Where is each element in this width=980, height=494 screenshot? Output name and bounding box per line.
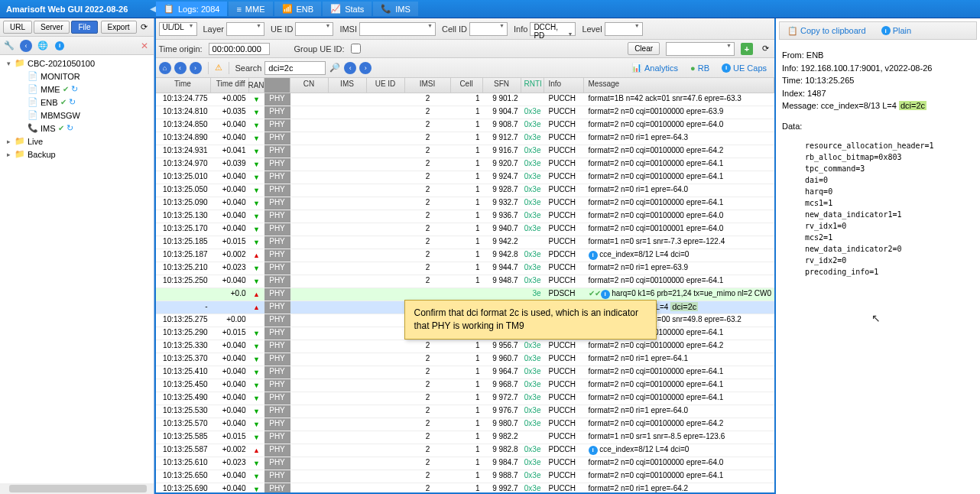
clear-select[interactable] (666, 42, 735, 56)
file-icon: 📄 (28, 84, 38, 94)
refresh-icon[interactable]: ⟳ (759, 43, 771, 55)
tab-stats[interactable]: 📈Stats (323, 2, 372, 16)
expand-icon[interactable]: ▸ (5, 151, 12, 158)
log-row[interactable]: 10:13:24.850+0.040▼PHY219 908.70x3ePUCCH… (156, 119, 775, 132)
tree-item[interactable]: 📞IMS ✔ ↻ (2, 122, 152, 135)
collapse-sidebar-icon[interactable]: ◀ (150, 4, 156, 14)
layer-select[interactable] (226, 22, 264, 36)
uecaps-button[interactable]: iUE Caps (717, 62, 771, 74)
log-row[interactable]: 10:13:25.650+0.040▼PHY219 988.70x3ePUCCH… (156, 470, 775, 483)
nav-next-icon[interactable]: › (190, 62, 202, 74)
column-header[interactable]: RAN (249, 78, 264, 93)
close-icon[interactable]: ✕ (138, 40, 151, 52)
tab-enb[interactable]: 📶ENB (274, 2, 322, 16)
tree-item[interactable]: 📄MONITOR (2, 70, 152, 83)
reload-icon[interactable]: ↻ (71, 84, 78, 94)
analytics-button[interactable]: 📊Analytics (627, 61, 683, 74)
log-row[interactable]: 10:13:24.810+0.035▼PHY219 904.70x3ePUCCH… (156, 106, 775, 119)
column-header[interactable]: UE ID (367, 78, 405, 93)
log-row[interactable]: 10:13:25.450+0.040▼PHY219 968.70x3ePUCCH… (156, 379, 775, 392)
log-row[interactable]: 10:13:25.370+0.040▼PHY219 960.70x3ePUCCH… (156, 353, 775, 366)
column-header[interactable]: Message (584, 78, 775, 93)
file-icon: 📞 (28, 123, 38, 133)
log-row[interactable]: 10:13:25.410+0.040▼PHY219 964.70x3ePUCCH… (156, 366, 775, 379)
log-row[interactable]: 10:13:24.970+0.039▼PHY219 920.70x3ePUCCH… (156, 158, 775, 171)
column-header[interactable]: CN (290, 78, 329, 93)
log-row[interactable]: 10:13:24.931+0.041▼PHY219 916.70x3ePUCCH… (156, 145, 775, 158)
column-header[interactable]: Cell (451, 78, 483, 93)
log-row[interactable]: 10:13:25.210+0.023▼PHY219 944.70x3ePUCCH… (156, 262, 775, 275)
reload-icon[interactable]: ↻ (69, 97, 76, 107)
column-header[interactable]: RNTI (521, 78, 544, 93)
column-header[interactable]: Time (156, 78, 211, 93)
log-row[interactable]: 10:13:24.890+0.040▼PHY219 912.70x3ePUCCH… (156, 132, 775, 145)
nav-prev-icon[interactable]: ‹ (174, 62, 187, 74)
home-icon[interactable]: ⌂ (159, 62, 171, 74)
column-header[interactable]: Info (544, 78, 584, 93)
group-ueid-checkbox[interactable] (351, 44, 361, 54)
expand-icon[interactable]: ▸ (5, 138, 12, 145)
column-header[interactable] (264, 78, 290, 93)
tree-backup[interactable]: ▸ 📁 Backup (2, 148, 152, 161)
ueid-select[interactable] (295, 22, 333, 36)
tab-mme[interactable]: ≡MME (229, 2, 272, 16)
tree-root[interactable]: ▾ 📁 CBC-2021050100 (2, 57, 152, 70)
log-row[interactable]: 10:13:24.775+0.005▼PHY219 901.2PUCCHform… (156, 93, 775, 106)
cellid-select[interactable] (469, 22, 508, 36)
log-row[interactable]: 10:13:25.185+0.015▼PHY219 942.2PUCCHform… (156, 236, 775, 249)
level-select[interactable] (605, 22, 643, 36)
log-row[interactable]: 10:13:25.090+0.040▼PHY219 932.70x3ePUCCH… (156, 197, 775, 210)
log-row[interactable]: 10:13:25.570+0.040▼PHY219 980.70x3ePUCCH… (156, 418, 775, 431)
export-button[interactable]: Export (101, 21, 137, 34)
log-row[interactable]: 10:13:25.585+0.015▼PHY219 982.2PUCCHform… (156, 431, 775, 444)
log-row[interactable]: 10:13:25.690+0.040▼PHY219 992.70x3ePUCCH… (156, 483, 775, 492)
column-header[interactable]: Time diff (211, 78, 249, 93)
globe-icon[interactable]: 🌐 (37, 40, 49, 52)
log-row[interactable]: 10:13:25.610+0.023▼PHY219 984.70x3ePUCCH… (156, 457, 775, 470)
column-header[interactable]: IMS (329, 78, 367, 93)
copy-clipboard-button[interactable]: 📋Copy to clipboard (783, 24, 871, 37)
search-next-icon[interactable]: › (359, 62, 372, 74)
search-input[interactable] (264, 61, 326, 75)
tab-ims[interactable]: 📞IMS (373, 2, 418, 16)
plain-button[interactable]: iPlain (877, 24, 916, 37)
binoculars-icon[interactable]: 🔎 (329, 62, 341, 74)
wrench-icon[interactable]: 🔧 (3, 40, 15, 52)
info-select[interactable]: DCCH, PD (530, 22, 576, 36)
log-row[interactable]: 10:13:25.050+0.040▼PHY219 928.70x3ePUCCH… (156, 184, 775, 197)
log-row[interactable]: 10:13:25.530+0.040▼PHY219 976.70x3ePUCCH… (156, 405, 775, 418)
log-row[interactable]: 10:13:25.587+0.002▲PHY219 982.80x3ePDCCH… (156, 444, 775, 457)
search-prev-icon[interactable]: ‹ (344, 62, 356, 74)
rb-button[interactable]: ●RB (686, 62, 714, 74)
log-row[interactable]: 10:13:25.010+0.040▼PHY219 924.70x3ePUCCH… (156, 171, 775, 184)
refresh-icon[interactable]: ⟳ (138, 21, 151, 34)
column-header[interactable]: IMSI (405, 78, 451, 93)
reload-icon[interactable]: ↻ (67, 123, 73, 133)
horizontal-scrollbar[interactable] (0, 483, 154, 494)
nav-back-icon[interactable]: ‹ (20, 40, 32, 52)
log-row[interactable]: 10:13:25.490+0.040▼PHY219 972.70x3ePUCCH… (156, 392, 775, 405)
tab-logs[interactable]: 📋Logs: 2084 (156, 2, 227, 16)
tree-item[interactable]: 📄MBMSGW (2, 109, 152, 122)
clear-button[interactable]: Clear (628, 42, 660, 55)
add-icon[interactable]: + (741, 43, 753, 55)
column-header[interactable]: SFN (483, 78, 521, 93)
collapse-icon[interactable]: ▾ (5, 60, 12, 67)
log-row[interactable]: 10:13:25.130+0.040▼PHY219 936.70x3ePUCCH… (156, 210, 775, 223)
log-row[interactable]: 10:13:25.330+0.040▼PHY219 956.70x3ePUCCH… (156, 340, 775, 353)
uldl-select[interactable]: UL/DL (159, 22, 197, 36)
time-origin-label: Time origin: (159, 44, 203, 54)
log-row[interactable]: 10:13:25.170+0.040▼PHY219 940.70x3ePUCCH… (156, 223, 775, 236)
file-button[interactable]: File (71, 21, 97, 34)
url-button[interactable]: URL (3, 21, 32, 34)
warning-icon[interactable]: ⚠ (215, 63, 222, 73)
tree-item[interactable]: 📄ENB ✔ ↻ (2, 96, 152, 109)
info-circle-icon[interactable]: i (54, 40, 66, 52)
tree-item[interactable]: 📄MME ✔ ↻ (2, 83, 152, 96)
log-row[interactable]: 10:13:25.187+0.002▲PHY219 942.80x3ePDCCH… (156, 249, 775, 262)
tree-live[interactable]: ▸ 📁 Live (2, 135, 152, 148)
server-button[interactable]: Server (34, 21, 70, 34)
time-origin-input[interactable] (209, 43, 270, 55)
log-row[interactable]: 10:13:25.250+0.040▼PHY219 948.70x3ePUCCH… (156, 275, 775, 288)
imsi-select[interactable] (359, 22, 436, 36)
